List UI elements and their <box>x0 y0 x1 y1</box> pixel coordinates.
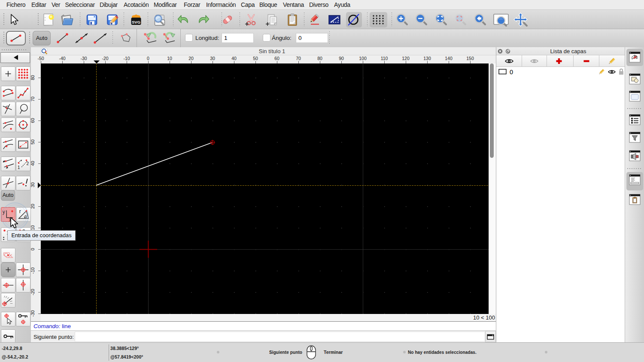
svg-text:110: 110 <box>381 56 388 61</box>
svg-text:-10: -10 <box>31 267 35 274</box>
svg-text:1: 1 <box>18 165 20 170</box>
svg-text:120: 120 <box>402 56 410 61</box>
svg-text:10: 10 <box>31 225 35 230</box>
svg-text:-20: -20 <box>31 289 35 295</box>
svg-text:10: 10 <box>167 56 172 61</box>
svg-text:80: 80 <box>31 75 35 80</box>
svg-text:50: 50 <box>31 139 35 145</box>
svg-text:30: 30 <box>210 56 215 61</box>
svg-text:0: 0 <box>31 248 35 250</box>
svg-text:SVG: SVG <box>132 20 140 24</box>
svg-text:0: 0 <box>147 56 149 61</box>
svg-text:-20: -20 <box>102 56 108 61</box>
svg-text:y: y <box>3 209 6 215</box>
svg-text:60: 60 <box>274 56 279 61</box>
svg-text:60: 60 <box>31 118 35 123</box>
svg-text:-30: -30 <box>31 310 35 317</box>
svg-text:-30: -30 <box>80 56 87 61</box>
svg-text:a: a <box>24 214 27 219</box>
svg-text:140: 140 <box>445 56 453 61</box>
svg-text:20: 20 <box>31 204 35 209</box>
svg-text:130: 130 <box>423 56 431 61</box>
svg-text:90: 90 <box>339 56 344 61</box>
svg-text:70: 70 <box>296 56 301 61</box>
svg-text:0: 0 <box>510 69 513 75</box>
svg-text:70: 70 <box>31 97 35 102</box>
svg-text:-10: -10 <box>123 56 130 61</box>
svg-text:50: 50 <box>253 56 258 61</box>
svg-text:-50: -50 <box>37 56 44 61</box>
svg-text:2: 2 <box>27 161 29 166</box>
svg-text:40: 40 <box>31 161 35 166</box>
svg-text:30: 30 <box>31 182 35 187</box>
svg-text:150: 150 <box>466 56 474 61</box>
svg-text:r: r <box>19 208 21 214</box>
svg-text:40: 40 <box>231 56 237 61</box>
svg-text:-40: -40 <box>59 56 65 61</box>
svg-text:100: 100 <box>359 56 367 61</box>
svg-text:80: 80 <box>317 56 322 61</box>
svg-text:20: 20 <box>188 56 194 61</box>
